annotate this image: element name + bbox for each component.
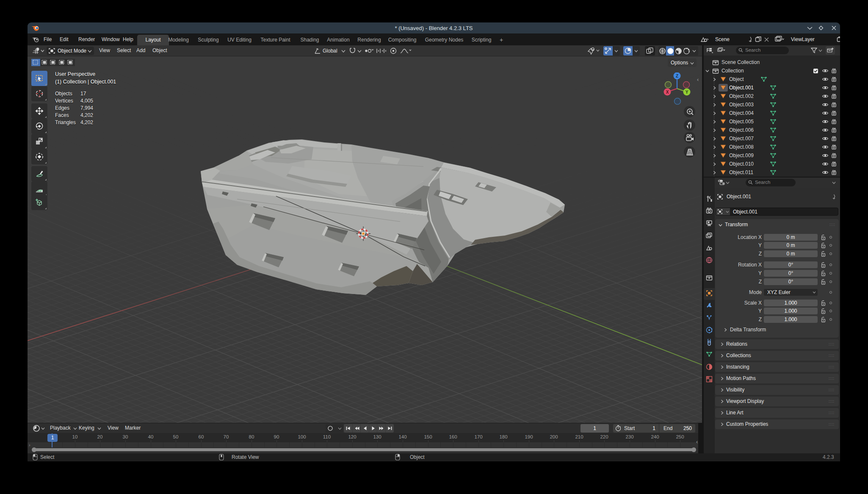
svg-text:Y: Y xyxy=(686,90,688,94)
svg-text:X: X xyxy=(666,90,669,94)
svg-text:Z: Z xyxy=(676,74,678,78)
